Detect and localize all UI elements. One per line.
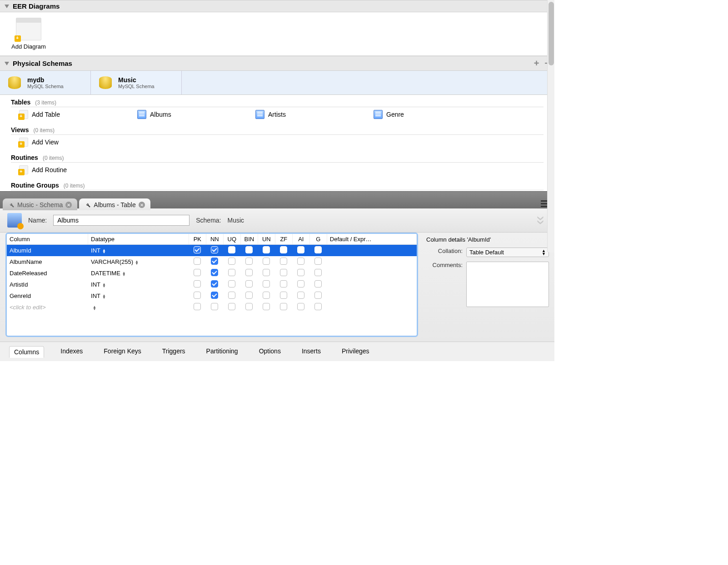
checkbox[interactable] xyxy=(263,258,270,265)
bottom-tab-options[interactable]: Options xyxy=(254,346,285,357)
physical-schemas-header[interactable]: Physical Schemas + − xyxy=(0,56,554,71)
column-header[interactable]: G xyxy=(309,234,327,245)
uq-checkbox-cell[interactable] xyxy=(223,290,240,302)
checkbox[interactable] xyxy=(297,246,304,253)
bin-checkbox-cell[interactable] xyxy=(240,256,258,268)
table-item-genre[interactable]: Genre xyxy=(374,110,428,119)
g-checkbox-cell[interactable] xyxy=(309,302,327,313)
close-icon[interactable]: ✕ xyxy=(65,202,72,208)
checkbox[interactable] xyxy=(280,303,287,310)
add-schema-button[interactable]: + xyxy=(534,58,539,69)
g-checkbox-cell[interactable] xyxy=(309,279,327,290)
checkbox[interactable] xyxy=(211,303,218,310)
uq-checkbox-cell[interactable] xyxy=(223,268,240,279)
stepper-icon[interactable]: ▲▼ xyxy=(122,272,126,276)
column-name-cell[interactable]: GenreId xyxy=(7,290,88,302)
add-routine-button[interactable]: Add Routine xyxy=(19,165,74,174)
table-row[interactable]: DateReleasedDATETIME▲▼ xyxy=(7,268,417,279)
column-header[interactable]: UN xyxy=(258,234,275,245)
checkbox[interactable] xyxy=(297,303,304,310)
checkbox[interactable] xyxy=(280,258,287,265)
placeholder-cell[interactable]: <click to edit> xyxy=(7,302,88,313)
column-header[interactable]: Datatype xyxy=(88,234,189,245)
bottom-tab-indexes[interactable]: Indexes xyxy=(56,346,87,357)
column-header[interactable]: Column xyxy=(7,234,88,245)
uq-checkbox-cell[interactable] xyxy=(223,245,240,257)
datatype-cell[interactable]: VARCHAR(255)▲▼ xyxy=(88,256,189,268)
column-header[interactable]: NN xyxy=(206,234,223,245)
collapse-button[interactable] xyxy=(534,214,547,226)
placeholder-row[interactable]: <click to edit>▲▼ xyxy=(7,302,417,313)
comments-textarea[interactable] xyxy=(466,262,549,307)
uq-checkbox-cell[interactable] xyxy=(223,256,240,268)
bin-checkbox-cell[interactable] xyxy=(240,302,258,313)
add-view-button[interactable]: Add View xyxy=(19,138,74,147)
uq-checkbox-cell[interactable] xyxy=(223,279,240,290)
column-header[interactable]: BIN xyxy=(240,234,258,245)
scrollbar-thumb[interactable] xyxy=(548,2,554,65)
checkbox[interactable] xyxy=(194,303,201,310)
checkbox[interactable] xyxy=(228,246,235,253)
checkbox[interactable] xyxy=(263,246,270,253)
table-item-albums[interactable]: Albums xyxy=(137,110,192,119)
g-checkbox-cell[interactable] xyxy=(309,256,327,268)
checkbox[interactable] xyxy=(297,280,304,287)
table-name-input[interactable] xyxy=(53,215,189,226)
tab-albums-table[interactable]: Albums - Table ✕ xyxy=(79,198,150,210)
ai-checkbox-cell[interactable] xyxy=(292,268,309,279)
bottom-tab-triggers[interactable]: Triggers xyxy=(158,346,190,357)
checkbox[interactable] xyxy=(314,246,322,253)
checkbox[interactable] xyxy=(297,269,304,276)
checkbox[interactable] xyxy=(245,246,253,253)
checkbox[interactable] xyxy=(228,269,235,276)
datatype-cell[interactable]: INT▲▼ xyxy=(88,279,189,290)
bin-checkbox-cell[interactable] xyxy=(240,245,258,257)
default-cell[interactable] xyxy=(327,245,416,257)
bottom-tab-privileges[interactable]: Privileges xyxy=(337,346,374,357)
column-header[interactable]: UQ xyxy=(223,234,240,245)
pk-checkbox-cell[interactable] xyxy=(189,245,206,257)
table-item-artists[interactable]: Artists xyxy=(255,110,310,119)
stepper-icon[interactable]: ▲▼ xyxy=(93,306,96,310)
default-cell[interactable] xyxy=(327,302,416,313)
checkbox[interactable] xyxy=(314,303,322,310)
checkbox[interactable] xyxy=(245,269,253,276)
bin-checkbox-cell[interactable] xyxy=(240,290,258,302)
vertical-scrollbar[interactable] xyxy=(547,0,554,252)
nn-checkbox-cell[interactable] xyxy=(206,245,223,257)
bin-checkbox-cell[interactable] xyxy=(240,268,258,279)
un-checkbox-cell[interactable] xyxy=(258,256,275,268)
schema-card-mydb[interactable]: mydb MySQL Schema xyxy=(0,71,91,94)
stepper-icon[interactable]: ▲▼ xyxy=(102,283,106,287)
zf-checkbox-cell[interactable] xyxy=(275,290,292,302)
default-cell[interactable] xyxy=(327,279,416,290)
column-name-cell[interactable]: DateReleased xyxy=(7,268,88,279)
table-row[interactable]: ArtistIdINT▲▼ xyxy=(7,279,417,290)
checkbox[interactable] xyxy=(297,292,304,299)
nn-checkbox-cell[interactable] xyxy=(206,302,223,313)
bottom-tab-partitioning[interactable]: Partitioning xyxy=(202,346,243,357)
checkbox[interactable] xyxy=(263,280,270,287)
g-checkbox-cell[interactable] xyxy=(309,245,327,257)
stepper-icon[interactable]: ▲▼ xyxy=(102,249,106,253)
datatype-cell[interactable]: DATETIME▲▼ xyxy=(88,268,189,279)
add-table-button[interactable]: Add Table xyxy=(19,110,74,119)
ai-checkbox-cell[interactable] xyxy=(292,302,309,313)
table-row[interactable]: GenreIdINT▲▼ xyxy=(7,290,417,302)
zf-checkbox-cell[interactable] xyxy=(275,302,292,313)
column-header[interactable]: ZF xyxy=(275,234,292,245)
bottom-tab-inserts[interactable]: Inserts xyxy=(297,346,325,357)
stepper-icon[interactable]: ▲▼ xyxy=(102,294,106,299)
column-name-cell[interactable]: ArtistId xyxy=(7,279,88,290)
checkbox[interactable] xyxy=(211,280,218,287)
column-header[interactable]: AI xyxy=(292,234,309,245)
un-checkbox-cell[interactable] xyxy=(258,290,275,302)
datatype-cell[interactable]: INT▲▼ xyxy=(88,290,189,302)
pk-checkbox-cell[interactable] xyxy=(189,279,206,290)
checkbox[interactable] xyxy=(228,280,235,287)
close-icon[interactable]: ✕ xyxy=(139,202,145,208)
add-diagram-button[interactable]: Add Diagram xyxy=(8,18,49,50)
checkbox[interactable] xyxy=(194,258,201,265)
checkbox[interactable] xyxy=(245,303,253,310)
table-row[interactable]: AlbumNameVARCHAR(255)▲▼ xyxy=(7,256,417,268)
